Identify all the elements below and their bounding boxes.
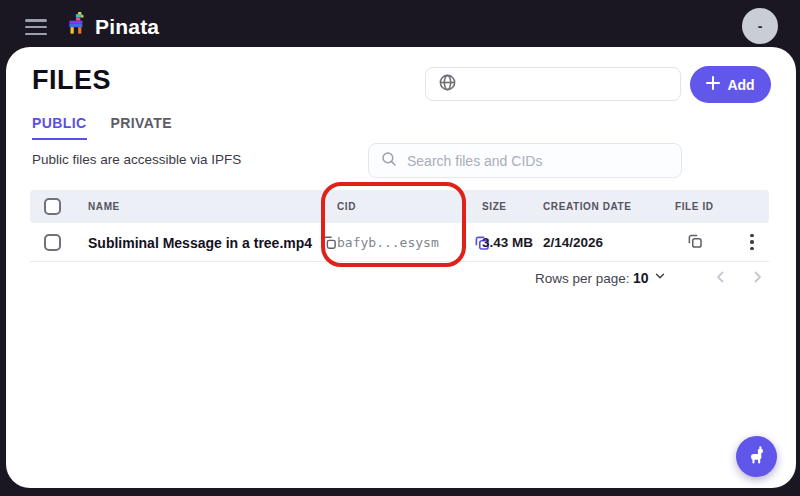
search-input[interactable] — [407, 153, 657, 169]
column-header-size: SIZE — [482, 190, 507, 223]
public-files-note: Public files are accessible via IPFS — [32, 152, 241, 167]
llama-icon — [746, 444, 768, 469]
rows-per-page-label: Rows per page: — [535, 271, 630, 286]
table-header-row: NAME CID SIZE CREATION DATE FILE ID — [30, 190, 769, 223]
tab-public[interactable]: PUBLIC — [32, 115, 87, 140]
pagination-bar: Rows per page: 10 — [6, 267, 769, 293]
row-menu-icon[interactable] — [742, 231, 762, 253]
file-size: 3.43 MB — [482, 235, 533, 250]
support-fab[interactable] — [736, 436, 777, 477]
copy-name-icon[interactable] — [321, 234, 338, 251]
next-page-icon[interactable] — [748, 268, 766, 286]
column-header-creation-date: CREATION DATE — [543, 190, 632, 223]
tabs: PUBLIC PRIVATE — [32, 115, 172, 140]
tab-private[interactable]: PRIVATE — [111, 115, 172, 140]
files-table: NAME CID SIZE CREATION DATE FILE ID Subl… — [30, 190, 769, 262]
rows-per-page-select[interactable]: 10 — [633, 269, 667, 286]
select-all-checkbox[interactable] — [44, 198, 61, 215]
add-button[interactable]: Add — [690, 66, 771, 103]
globe-icon — [438, 73, 457, 96]
cid-value: bafyb...esysm — [337, 235, 439, 250]
chevron-down-icon — [653, 269, 667, 286]
search-icon — [380, 150, 398, 172]
menu-icon[interactable] — [25, 19, 47, 35]
file-name: Subliminal Message in a tree.mp4 — [88, 235, 312, 251]
previous-page-icon[interactable] — [712, 268, 730, 286]
creation-date: 2/14/2026 — [543, 235, 603, 250]
rows-per-page-value: 10 — [633, 270, 649, 286]
copy-file-id-icon[interactable] — [686, 232, 704, 250]
search-box[interactable] — [368, 143, 682, 178]
brand-name: Pinata — [95, 15, 159, 39]
column-header-cid: CID — [337, 190, 356, 223]
column-header-name: NAME — [88, 190, 120, 223]
pinata-logo[interactable]: Pinata — [66, 12, 159, 42]
content-panel: FILES Add PUBLIC PRIVATE Public file — [6, 47, 796, 488]
page-title: FILES — [32, 65, 111, 96]
column-header-file-id: FILE ID — [675, 190, 714, 223]
row-checkbox[interactable] — [44, 234, 61, 251]
add-button-label: Add — [727, 77, 754, 93]
plus-icon — [706, 76, 720, 93]
pinata-llama-icon — [66, 12, 88, 42]
gateway-input[interactable] — [425, 67, 681, 101]
avatar-label: - — [758, 18, 763, 34]
avatar[interactable]: - — [742, 8, 778, 44]
table-row[interactable]: Subliminal Message in a tree.mp4 bafyb..… — [30, 223, 769, 262]
